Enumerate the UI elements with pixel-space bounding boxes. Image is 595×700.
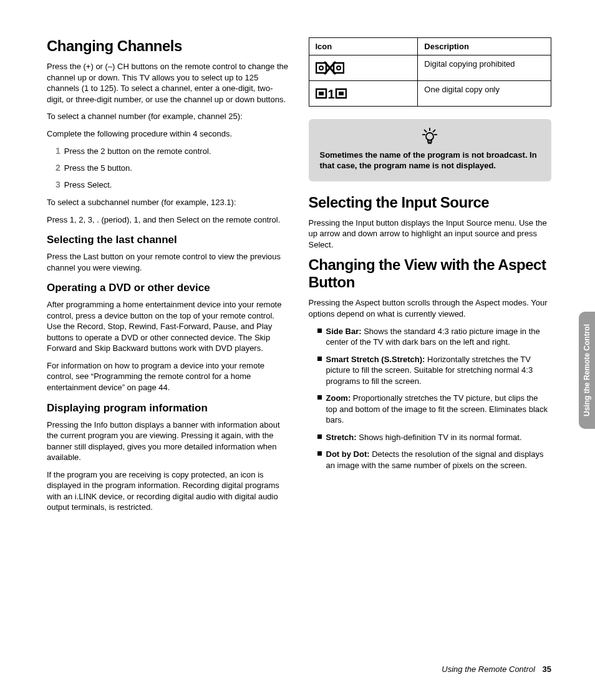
table-row: 1 One digital copy only <box>309 81 551 107</box>
list-item: Stretch: Shows high-definition TV in its… <box>317 432 552 443</box>
table-row: Digital copying prohibited <box>309 55 551 81</box>
heading-program-info: Displaying program information <box>47 402 290 415</box>
aspect-mode-list: Side Bar: Shows the standard 4:3 ratio p… <box>309 326 552 471</box>
svg-point-16 <box>426 133 433 140</box>
table-header-description: Description <box>418 38 551 55</box>
definition: Shows high-definition TV in its normal f… <box>357 433 522 442</box>
left-column: Changing Channels Press the (+) or (–) C… <box>47 37 290 519</box>
term: Side Bar: <box>326 327 362 336</box>
page-footer: Using the Remote Control 35 <box>442 664 551 674</box>
body-text: Press the (+) or (–) CH buttons on the r… <box>47 61 290 105</box>
body-text: For information on how to program a devi… <box>47 360 290 393</box>
tip-text: Sometimes the name of the program is not… <box>320 150 541 171</box>
list-item: Smart Stretch (S.Stretch): Horizontally … <box>317 354 552 387</box>
svg-rect-17 <box>428 140 432 142</box>
table-cell: Digital copying prohibited <box>418 55 551 81</box>
svg-point-1 <box>319 66 323 70</box>
body-text: Pressing the Input button displays the I… <box>309 218 552 251</box>
svg-rect-2 <box>334 63 344 73</box>
list-item: Dot by Dot: Detects the resolution of th… <box>317 449 552 471</box>
body-text: To select a channel number (for example,… <box>47 111 290 122</box>
step-number: 3 <box>56 180 60 189</box>
step-text: Press the 5 button. <box>64 163 132 173</box>
table-header-icon: Icon <box>309 38 418 55</box>
icon-description-table: Icon Description Digital copying prohibi… <box>309 37 552 107</box>
list-item: Side Bar: Shows the standard 4:3 ratio p… <box>317 326 552 348</box>
svg-line-12 <box>424 130 427 132</box>
body-text: Complete the following procedure within … <box>47 128 290 140</box>
table-cell: One digital copy only <box>418 81 551 107</box>
heading-input-source: Selecting the Input Source <box>309 194 552 211</box>
definition: Proportionally stretches the TV picture,… <box>326 393 548 424</box>
heading-last-channel: Selecting the last channel <box>47 234 290 246</box>
term: Stretch: <box>326 433 357 442</box>
svg-rect-0 <box>316 63 326 73</box>
step-text: Press the 2 button on the remote control… <box>64 146 211 156</box>
copy-prohibited-icon <box>309 55 418 81</box>
page-content: Changing Channels Press the (+) or (–) C… <box>0 0 595 550</box>
term: Smart Stretch (S.Stretch): <box>326 355 425 364</box>
step-number: 2 <box>56 163 60 173</box>
svg-line-13 <box>433 130 435 132</box>
list-item: 1Press the 2 button on the remote contro… <box>56 145 290 157</box>
list-item: Zoom: Proportionally stretches the TV pi… <box>317 393 552 426</box>
body-text: To select a subchannel number (for examp… <box>47 197 290 208</box>
svg-rect-9 <box>339 92 344 95</box>
term: Dot by Dot: <box>326 449 370 459</box>
lightbulb-icon <box>320 128 541 145</box>
term: Zoom: <box>326 393 351 403</box>
heading-aspect-button: Changing the View with the Aspect Button <box>309 256 552 291</box>
section-tab: Using the Remote Control <box>579 312 595 429</box>
body-text: After programming a home entertainment d… <box>47 299 290 354</box>
footer-title: Using the Remote Control <box>442 664 535 674</box>
heading-dvd-device: Operating a DVD or other device <box>47 282 290 294</box>
step-list: 1Press the 2 button on the remote contro… <box>47 145 290 191</box>
step-number: 1 <box>56 146 60 156</box>
right-column: Icon Description Digital copying prohibi… <box>309 37 552 519</box>
list-item: 2Press the 5 button. <box>56 162 290 174</box>
page-number: 35 <box>543 664 551 674</box>
tip-callout: Sometimes the name of the program is not… <box>309 119 552 181</box>
svg-rect-7 <box>319 92 324 95</box>
svg-point-3 <box>337 66 341 70</box>
body-text: Pressing the Aspect button scrolls throu… <box>309 297 552 319</box>
step-text: Press Select. <box>64 180 112 189</box>
list-item: 3Press Select. <box>56 179 290 191</box>
body-text: Pressing the Info button displays a bann… <box>47 420 290 463</box>
body-text: Press 1, 2, 3, . (period), 1, and then S… <box>47 214 290 226</box>
heading-changing-channels: Changing Channels <box>47 37 290 55</box>
one-copy-icon: 1 <box>309 81 418 107</box>
body-text: If the program you are receiving is copy… <box>47 469 290 513</box>
table-row: Icon Description <box>309 38 551 55</box>
svg-text:1: 1 <box>327 87 334 101</box>
body-text: Press the Last button on your remote con… <box>47 251 290 273</box>
